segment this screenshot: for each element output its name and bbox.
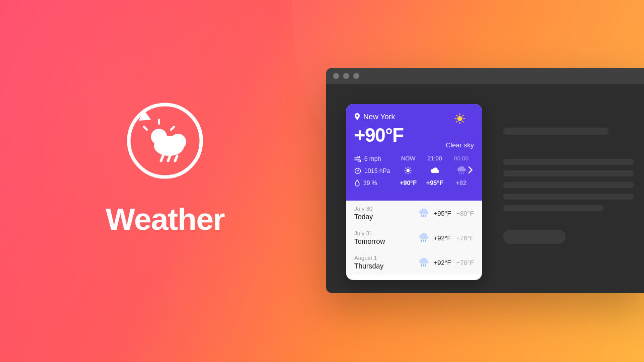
day-row[interactable]: July 30 Today +95°F +80°F <box>346 201 482 225</box>
hour-temp: +90°F <box>399 179 417 187</box>
day-row[interactable]: August 1 Thursday +92°F +76°F <box>346 250 482 275</box>
hour-time: 00:00 <box>454 155 468 161</box>
svg-point-22 <box>407 169 410 172</box>
brand-title: Weather <box>106 201 225 237</box>
brand-block: Weather <box>106 96 225 237</box>
window-titlebar <box>326 68 644 84</box>
browser-body: New York +90°F <box>326 84 644 293</box>
day-name: Thursday <box>354 262 383 270</box>
svg-line-18 <box>462 115 463 116</box>
daily-list: July 30 Today +95°F +80°F <box>346 201 482 275</box>
svg-line-29 <box>410 168 411 168</box>
svg-line-9 <box>168 156 170 161</box>
svg-line-36 <box>425 215 426 217</box>
placeholder-line <box>503 194 634 200</box>
svg-point-7 <box>170 134 186 150</box>
details-row: 6 mph 1015 hPa <box>354 155 474 187</box>
svg-line-38 <box>423 240 424 242</box>
svg-line-41 <box>423 264 424 266</box>
day-date: July 30 <box>354 206 373 212</box>
traffic-light-max-icon[interactable] <box>353 73 359 79</box>
svg-line-28 <box>410 172 411 173</box>
sun-icon <box>404 166 412 174</box>
svg-line-31 <box>459 172 460 174</box>
placeholder-line <box>503 170 634 176</box>
rain-cloud-icon <box>418 209 429 218</box>
hour-temp: +95°F <box>426 179 443 187</box>
svg-line-37 <box>421 240 422 242</box>
placeholder-heading <box>503 128 609 135</box>
day-name: Tomorrow <box>354 237 385 245</box>
placeholder-button <box>503 230 566 244</box>
condition-text: Clear sky <box>446 141 474 149</box>
brand-logo <box>120 96 210 186</box>
rain-cloud-icon <box>418 233 429 242</box>
day-date: July 31 <box>354 230 385 236</box>
hour-slot: NOW +90°F <box>395 155 421 187</box>
wind-icon <box>354 156 361 162</box>
svg-line-34 <box>421 215 422 217</box>
sun-icon <box>454 113 465 124</box>
placeholder-line <box>503 182 634 188</box>
traffic-light-min-icon[interactable] <box>343 73 349 79</box>
wind-fact: 6 mph <box>354 155 395 162</box>
svg-line-4 <box>144 127 147 130</box>
svg-line-17 <box>462 121 463 122</box>
svg-line-16 <box>456 115 457 116</box>
placeholder-line <box>503 205 604 211</box>
svg-point-11 <box>457 116 462 121</box>
day-hi: +92°F <box>434 234 451 242</box>
humidity-icon <box>354 179 360 187</box>
svg-line-27 <box>406 168 406 168</box>
promo-stage: Weather New York +90°F <box>0 0 644 362</box>
hour-time: NOW <box>401 155 415 161</box>
day-lo: +80°F <box>456 210 474 217</box>
traffic-light-close-icon[interactable] <box>333 73 339 79</box>
day-name: Today <box>354 213 373 221</box>
facts-column: 6 mph 1015 hPa <box>354 155 395 187</box>
day-hi: +92°F <box>434 259 451 266</box>
location-name: New York <box>363 112 395 121</box>
rain-cloud-icon <box>418 258 429 267</box>
day-hi: +95°F <box>434 210 451 217</box>
humidity-value: 39 % <box>363 179 377 187</box>
pin-icon <box>354 113 360 120</box>
day-date: August 1 <box>354 255 383 261</box>
chevron-right-icon[interactable] <box>468 166 473 175</box>
svg-line-42 <box>425 264 426 266</box>
hourly-scroller[interactable]: NOW +90°F 21:00 <box>395 155 474 187</box>
pressure-fact: 1015 hPa <box>354 167 395 174</box>
humidity-fact: 39 % <box>354 179 395 187</box>
weather-logo-icon <box>120 96 210 186</box>
rain-cloud-icon <box>456 166 466 174</box>
svg-line-35 <box>423 215 424 217</box>
svg-line-39 <box>425 240 426 242</box>
weather-card-header: New York +90°F <box>346 104 482 201</box>
day-lo: +76°F <box>456 259 474 266</box>
svg-line-32 <box>461 172 462 174</box>
svg-point-21 <box>357 170 358 171</box>
svg-line-10 <box>175 156 177 161</box>
pressure-value: 1015 hPa <box>364 167 390 174</box>
svg-line-33 <box>463 172 464 174</box>
placeholder-line <box>503 159 634 165</box>
hour-temp: +82 <box>456 179 466 187</box>
cloud-icon <box>430 167 440 174</box>
svg-line-40 <box>421 264 422 266</box>
svg-line-8 <box>161 156 163 161</box>
browser-window: New York +90°F <box>326 68 644 293</box>
svg-line-19 <box>456 121 457 122</box>
svg-line-3 <box>171 127 174 130</box>
svg-line-30 <box>406 172 406 173</box>
hour-time: 21:00 <box>428 155 442 161</box>
hour-slot: 21:00 +95°F <box>422 155 448 187</box>
day-lo: +76°F <box>456 234 474 242</box>
wind-value: 6 mph <box>364 155 381 162</box>
weather-card: New York +90°F <box>346 104 482 280</box>
condition-block: Clear sky <box>446 113 474 149</box>
pressure-icon <box>354 167 361 174</box>
day-row[interactable]: July 31 Tomorrow +92°F +76°F <box>346 225 482 250</box>
